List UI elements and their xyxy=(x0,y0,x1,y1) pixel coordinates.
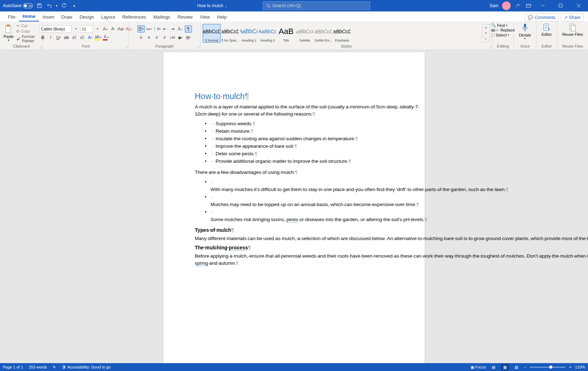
tab-layout[interactable]: Layout xyxy=(97,13,119,21)
font-dropdown-icon[interactable]: ▾ xyxy=(72,25,79,33)
maximize-button[interactable] xyxy=(554,1,568,11)
cut-button[interactable]: ✂Cut xyxy=(16,24,40,28)
close-button[interactable] xyxy=(572,1,586,11)
line-spacing-button[interactable]: ↕≡▾ xyxy=(169,34,176,41)
document-title[interactable]: How to mulch ⌵ xyxy=(197,3,227,8)
tab-references[interactable]: References xyxy=(119,13,149,21)
search-input[interactable]: Search (Alt+Q) xyxy=(263,1,370,10)
font-launcher-icon[interactable]: ⟘ xyxy=(126,45,128,49)
paragraph-label: Paragraph xyxy=(155,43,174,48)
tab-help[interactable]: Help xyxy=(213,13,230,21)
tab-mailings[interactable]: Mailings xyxy=(150,13,174,21)
style-heading-2[interactable]: AaBbCcHeading 2 xyxy=(259,24,276,43)
clipboard-launcher-icon[interactable]: ⟘ xyxy=(40,45,42,49)
tab-insert[interactable]: Insert xyxy=(39,13,58,21)
styles-launcher-icon[interactable]: ⟘ xyxy=(489,45,491,49)
tab-file[interactable]: File xyxy=(4,13,19,21)
align-right-button[interactable]: ≡ xyxy=(153,34,160,41)
fontsize-dropdown-icon[interactable]: ▾ xyxy=(94,25,101,33)
avatar[interactable] xyxy=(502,1,511,10)
editing-label: Editing xyxy=(497,43,509,48)
group-voice: Dictate▾ Voice xyxy=(514,21,536,50)
group-paragraph: ☰▾ ≔▾ ⋮≡▾ ⇤ ⇥ A↓ ¶ ≡ ≡ ≡ ≡ ↕≡▾ ◆▾ ⊞▾ Par… xyxy=(129,21,201,50)
styles-scroll-up-icon[interactable]: ▴ xyxy=(482,25,490,30)
autosave-toggle[interactable]: AutoSave Off xyxy=(3,3,33,8)
comments-button[interactable]: 💬Comments xyxy=(525,14,559,21)
change-case-icon[interactable]: Aa▾ xyxy=(117,25,125,33)
tab-draw[interactable]: Draw xyxy=(58,13,76,21)
tab-design[interactable]: Design xyxy=(76,13,97,21)
replace-icon: ab↔ xyxy=(491,28,499,32)
style-emphasis[interactable]: AaBbCcDcEmphasis xyxy=(333,24,351,43)
paste-icon xyxy=(4,24,13,34)
svg-rect-10 xyxy=(571,25,575,31)
paste-button[interactable]: Paste ▾ xyxy=(2,24,15,43)
redo-icon[interactable] xyxy=(61,2,68,9)
minimize-button[interactable] xyxy=(536,1,550,11)
multilevel-button[interactable]: ⋮≡▾ xyxy=(153,25,160,33)
style-subtitle[interactable]: AaBbCcCSubtitle xyxy=(296,24,314,43)
styles-expand-icon[interactable]: ⤡ xyxy=(482,36,490,42)
text-effects-icon[interactable]: A▾ xyxy=(87,34,94,41)
font-size-input[interactable] xyxy=(80,25,93,33)
increase-indent-button[interactable]: ⇥ xyxy=(169,25,176,33)
format-painter-button[interactable]: 🖌Format Painter xyxy=(16,34,40,43)
font-name-input[interactable] xyxy=(39,25,72,33)
decrease-indent-button[interactable]: ⇤ xyxy=(161,25,168,33)
style--no-spac-[interactable]: AaBbCcDc¶ No Spac... xyxy=(221,24,239,43)
increase-font-icon[interactable]: A▴ xyxy=(102,25,109,33)
style-subtle-em-[interactable]: AaBbCcDcSubtle Em... xyxy=(314,24,332,43)
dictate-button[interactable]: Dictate▾ xyxy=(516,23,534,40)
reuse-files-button[interactable]: Reuse Files xyxy=(559,23,586,36)
user-name[interactable]: Sam xyxy=(490,3,498,8)
font-color-button[interactable]: A▾ xyxy=(102,34,110,41)
svg-rect-7 xyxy=(524,24,526,28)
select-button[interactable]: ⬚Select▾ xyxy=(491,33,515,37)
editor-button[interactable]: Editor xyxy=(539,23,555,36)
svg-rect-0 xyxy=(38,4,42,8)
save-icon[interactable] xyxy=(36,2,43,9)
superscript-button[interactable]: x2 xyxy=(79,34,86,41)
align-left-button[interactable]: ≡ xyxy=(138,34,145,41)
align-center-button[interactable]: ≡ xyxy=(145,34,153,41)
show-marks-button[interactable]: ¶ xyxy=(185,25,192,33)
find-button[interactable]: 🔍Find▾ xyxy=(491,23,515,28)
share-button[interactable]: ↗Share xyxy=(561,14,584,21)
tab-home[interactable]: Home xyxy=(19,12,39,21)
highlight-button[interactable]: ab▾ xyxy=(95,34,102,41)
decrease-font-icon[interactable]: A▾ xyxy=(110,25,117,33)
qat-dropdown-icon[interactable]: ▾ xyxy=(56,4,58,8)
svg-rect-5 xyxy=(6,26,11,33)
select-icon: ⬚ xyxy=(491,33,495,37)
shading-button[interactable]: ◆▾ xyxy=(177,34,184,41)
numbering-button[interactable]: ≔▾ xyxy=(145,25,153,33)
cut-icon: ✂ xyxy=(16,24,20,28)
subscript-button[interactable]: x2 xyxy=(71,34,78,41)
styles-scroll-down-icon[interactable]: ▾ xyxy=(482,30,490,36)
tab-review[interactable]: Review xyxy=(174,13,197,21)
bullets-button[interactable]: ☰▾ xyxy=(138,25,145,33)
coming-soon-icon[interactable] xyxy=(514,2,521,9)
copy-icon: ⧉ xyxy=(16,29,19,34)
bold-button[interactable]: B xyxy=(39,34,47,41)
tab-view[interactable]: View xyxy=(196,13,213,21)
mic-icon xyxy=(521,23,529,32)
voice-label: Voice xyxy=(520,43,530,48)
undo-icon[interactable] xyxy=(46,2,53,9)
borders-button[interactable]: ⊞▾ xyxy=(185,34,192,41)
replace-button[interactable]: ab↔Replace xyxy=(491,28,515,32)
svg-point-2 xyxy=(266,4,269,7)
style-heading-1[interactable]: AaBbCcHeading 1 xyxy=(240,24,258,43)
ribbon-display-icon[interactable] xyxy=(525,2,532,9)
style-title[interactable]: AaBTitle xyxy=(277,24,295,43)
strikethrough-button[interactable]: ab xyxy=(63,34,70,41)
qat-customize-icon[interactable]: ▾ xyxy=(71,2,78,9)
underline-button[interactable]: U▾ xyxy=(55,34,62,41)
group-editing: 🔍Find▾ ab↔Replace ⬚Select▾ Editing xyxy=(492,21,514,50)
paragraph-launcher-icon[interactable]: ⟘ xyxy=(197,45,199,49)
justify-button[interactable]: ≡ xyxy=(161,34,168,41)
style--normal[interactable]: AaBbCcDc¶ Normal xyxy=(203,24,221,43)
copy-button[interactable]: ⧉Copy xyxy=(16,29,40,34)
italic-button[interactable]: I xyxy=(47,34,54,41)
sort-button[interactable]: A↓ xyxy=(177,25,184,33)
